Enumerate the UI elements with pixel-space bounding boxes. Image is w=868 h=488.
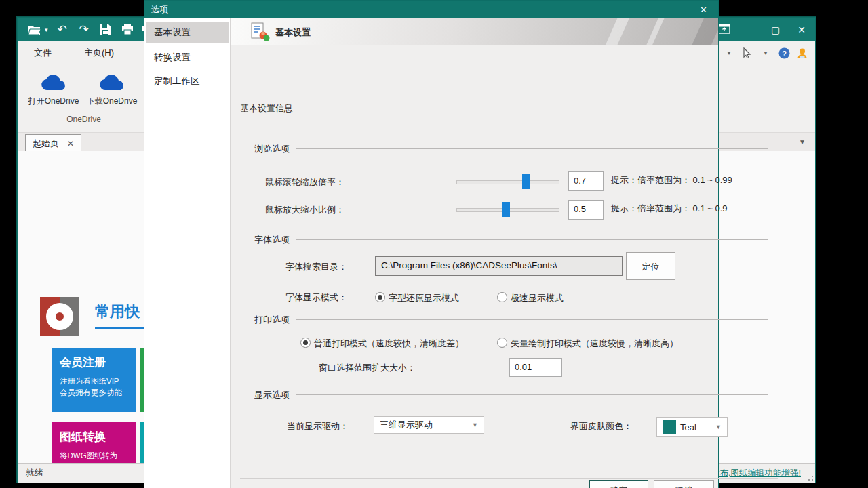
open-onedrive-button[interactable]: 打开OneDrive — [24, 70, 83, 107]
skin-color-label: 界面皮肤颜色： — [570, 420, 632, 432]
font-dir-label: 字体搜索目录： — [285, 261, 347, 273]
cursor-dropdown-icon[interactable]: ▼ — [760, 47, 772, 59]
section-title-browse: 浏览选项 — [254, 143, 290, 155]
radio-selected-icon[interactable] — [375, 292, 385, 302]
tile-line: 将DWG图纸转为 — [60, 450, 128, 462]
menu-home[interactable]: 主页(H) — [68, 47, 130, 59]
section-divider — [296, 148, 768, 149]
help-icon[interactable]: ? — [778, 47, 790, 59]
wrench-dropdown-icon[interactable]: ▼ — [723, 47, 735, 59]
print-icon[interactable] — [120, 23, 135, 37]
panel-toggle-icon[interactable] — [718, 24, 730, 36]
open-folder-dropdown-icon[interactable]: ▾ — [45, 26, 48, 33]
font-dir-input[interactable]: C:\Program Files (x86)\CADSeePlus\Fonts\ — [375, 256, 623, 276]
dialog-header-title: 基本设置 — [275, 26, 311, 39]
section-divider — [296, 394, 768, 395]
redo-icon[interactable]: ↷ — [77, 23, 92, 37]
display-driver-label: 当前显示驱动： — [287, 420, 349, 432]
slider-thumb[interactable] — [522, 174, 530, 189]
cancel-button[interactable]: 取消 — [654, 480, 714, 488]
open-folder-icon[interactable] — [27, 23, 42, 37]
zoom-ratio-hint: 提示：倍率范围为： 0.1 ~ 0.9 — [611, 203, 728, 215]
app-logo — [40, 297, 79, 336]
slider-thumb[interactable] — [502, 202, 510, 217]
zoom-ratio-value[interactable]: 0.5 — [568, 200, 604, 220]
dialog-sidebar: 基本设置 转换设置 定制工作区 — [144, 18, 231, 488]
footer-divider — [240, 478, 778, 479]
section-title-font: 字体选项 — [254, 234, 290, 246]
section-title-display: 显示选项 — [254, 389, 290, 401]
quick-access-toolbar: ▾ ↶ ↷ — [27, 23, 157, 37]
radio-font-fast[interactable]: 极速显示模式 — [497, 292, 564, 304]
resize-grip[interactable] — [804, 471, 813, 481]
display-driver-select[interactable]: 三维显示驱动 ▼ — [374, 416, 484, 434]
save-icon[interactable] — [98, 23, 113, 37]
chevron-down-icon: ▼ — [472, 422, 478, 428]
dialog-content: 基本设置信息 浏览选项 鼠标滚轮缩放倍率： 0.7 提示：倍率范围为： 0.1 … — [231, 45, 718, 488]
svg-text:?: ? — [782, 49, 787, 57]
user-account-icon[interactable] — [796, 47, 808, 59]
section-divider — [296, 239, 768, 240]
wheel-zoom-hint: 提示：倍率范围为： 0.1 ~ 0.99 — [611, 174, 732, 186]
dialog-close-icon[interactable]: ✕ — [700, 5, 718, 15]
tile-title: 会员注册 — [60, 354, 128, 370]
skin-color-swatch — [663, 420, 676, 434]
open-onedrive-label: 打开OneDrive — [28, 96, 79, 106]
window-expand-label: 窗口选择范围扩大大小： — [319, 362, 416, 374]
onedrive-cloud-icon — [98, 74, 126, 92]
basic-settings-icon — [250, 22, 270, 42]
wheel-zoom-slider[interactable] — [456, 174, 559, 189]
radio-font-fast-label: 极速显示模式 — [511, 293, 564, 303]
onedrive-group-label: OneDrive — [24, 115, 143, 124]
tile-line: 会员拥有更多功能 — [60, 387, 128, 399]
window-close-icon[interactable]: ✕ — [797, 24, 806, 35]
skin-color-value: Teal — [680, 422, 696, 432]
skin-color-select[interactable]: Teal ▼ — [656, 417, 728, 437]
dialog-title: 选项 — [144, 4, 168, 16]
tab-start-page[interactable]: 起始页 ✕ — [25, 134, 81, 152]
dialog-titlebar[interactable]: 选项 ✕ — [144, 1, 718, 18]
radio-print-normal[interactable]: 普通打印模式（速度较快，清晰度差） — [300, 338, 464, 350]
tab-list-dropdown-icon[interactable]: ▼ — [799, 138, 806, 146]
intro-text: 基本设置信息 — [240, 102, 293, 115]
tab-start-page-label: 起始页 — [33, 138, 59, 150]
tab-close-icon[interactable]: ✕ — [67, 139, 74, 148]
radio-print-vector[interactable]: 矢量绘制打印模式（速度较慢，清晰度高） — [497, 338, 678, 350]
tile-drawing-convert[interactable]: 图纸转换 将DWG图纸转为 BMP/DWF/PDF — [52, 422, 136, 463]
zoom-ratio-slider[interactable] — [456, 202, 559, 217]
download-onedrive-label: 下载OneDrive — [87, 96, 138, 106]
window-expand-input[interactable]: 0.01 — [509, 358, 562, 377]
sidebar-item-convert-settings[interactable]: 转换设置 — [146, 47, 229, 68]
display-driver-value: 三维显示驱动 — [380, 419, 433, 431]
slider-track — [456, 180, 559, 184]
radio-unselected-icon[interactable] — [497, 338, 507, 348]
tile-member-register[interactable]: 会员注册 注册为看图纸VIP 会员拥有更多功能 — [52, 348, 136, 412]
options-dialog: 选项 ✕ 基本设置 转换设置 定制工作区 基本设置 基本设置信息 浏览选项 鼠标… — [144, 0, 719, 488]
locate-button[interactable]: 定位 — [626, 252, 675, 280]
download-onedrive-button[interactable]: 下载OneDrive — [83, 70, 141, 107]
radio-font-restore-label: 字型还原显示模式 — [389, 293, 459, 303]
maximize-icon[interactable]: ▢ — [771, 24, 780, 35]
radio-print-vector-label: 矢量绘制打印模式（速度较慢，清晰度高） — [511, 338, 678, 348]
cursor-icon[interactable] — [741, 47, 753, 59]
zoom-ratio-label: 鼠标放大缩小比例： — [265, 204, 344, 216]
wheel-zoom-value[interactable]: 0.7 — [568, 171, 604, 191]
radio-print-normal-label: 普通打印模式（速度较快，清晰度差） — [314, 338, 464, 348]
tile-title: 图纸转换 — [60, 429, 128, 445]
minimize-icon[interactable]: – — [748, 24, 753, 35]
undo-icon[interactable]: ↶ — [55, 23, 70, 37]
radio-unselected-icon[interactable] — [497, 292, 507, 302]
dialog-header-band: 基本设置 — [231, 18, 718, 45]
radio-selected-icon[interactable] — [300, 338, 311, 348]
section-title-print: 打印选项 — [254, 314, 290, 326]
sidebar-item-customize-workspace[interactable]: 定制工作区 — [146, 70, 229, 92]
window-controls: – ▢ ✕ — [718, 24, 806, 36]
section-divider — [296, 319, 768, 320]
tile-line: 注册为看图纸VIP — [60, 375, 128, 387]
ok-button[interactable]: 确定 — [589, 480, 648, 488]
start-page-title: 常用快 — [95, 302, 140, 322]
menu-file[interactable]: 文件 — [18, 47, 68, 59]
status-news-link[interactable]: 发布,图纸编辑功能增强! — [711, 468, 801, 479]
radio-font-restore[interactable]: 字型还原显示模式 — [375, 292, 459, 304]
sidebar-item-basic-settings[interactable]: 基本设置 — [146, 22, 229, 43]
